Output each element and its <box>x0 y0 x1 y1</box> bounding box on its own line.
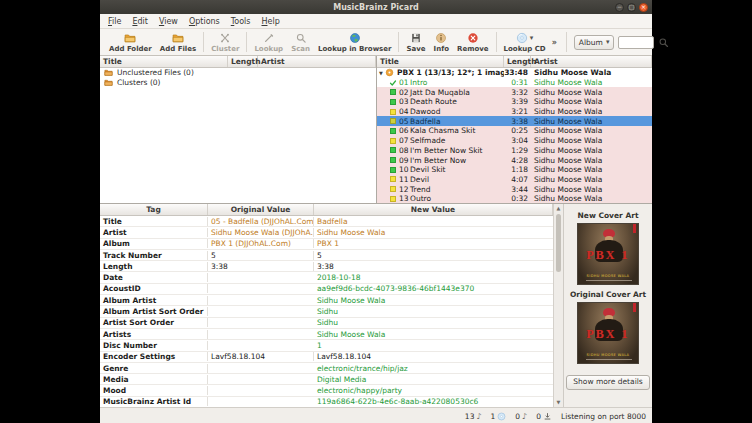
track-row-09[interactable]: 09I'm Better Now4:28Sidhu Moose Wala <box>377 155 652 165</box>
track-row-10[interactable]: 10Devil Skit1:18Sidhu Moose Wala <box>377 165 652 175</box>
metadata-column-tag[interactable]: Tag <box>100 204 208 215</box>
tag-name: Track Number <box>100 251 208 260</box>
lookup-cd-button[interactable]: ▾Lookup CD <box>500 32 550 53</box>
track-row-07[interactable]: 07Selfmade3:04Sidhu Moose Wala <box>377 136 652 146</box>
list-item-unclustered-files-0[interactable]: Unclustered Files (0) <box>100 68 376 78</box>
item-label: Unclustered Files (0) <box>117 68 194 77</box>
scrollbar-thumb[interactable] <box>556 214 561 272</box>
track-row-13[interactable]: 13Outro0:32Sidhu Moose Wala <box>377 194 652 203</box>
menu-help[interactable]: Help <box>261 17 279 26</box>
add-folder-button[interactable]: Add Folder <box>105 32 156 53</box>
metadata-row-artist-sort-order[interactable]: Artist Sort OrderSidhu <box>100 318 553 329</box>
metadata-column-new-value[interactable]: New Value <box>314 204 553 215</box>
metadata-row-title[interactable]: Title05 - Badfella (DJJOhAL.Com)Badfella <box>100 216 553 227</box>
track-title: Outro <box>410 194 431 203</box>
match-quality-icon <box>389 156 397 164</box>
column-header-title[interactable]: Title <box>100 56 228 67</box>
tag-name: Artist <box>100 228 208 237</box>
new-value: 5 <box>314 251 553 260</box>
match-quality-icon <box>389 88 397 96</box>
metadata-column-original-value[interactable]: Original Value <box>208 204 314 215</box>
track-row-02[interactable]: 02Jatt Da Muqabla3:32Sidhu Moose Wala <box>377 87 652 97</box>
track-row-05[interactable]: 05Badfella3:38Sidhu Moose Wala <box>377 116 652 126</box>
list-item-clusters-0[interactable]: Clusters (0) <box>100 78 376 88</box>
tag-name: Mood <box>100 386 208 395</box>
match-quality-icon <box>389 195 397 203</box>
toolbar-overflow-button[interactable]: » <box>550 38 559 47</box>
track-row-08[interactable]: 08I'm Better Now Skit1:29Sidhu Moose Wal… <box>377 146 652 156</box>
menu-file[interactable]: File <box>108 17 121 26</box>
track-row-12[interactable]: 12Trend3:44Sidhu Moose Wala <box>377 184 652 194</box>
track-row-06[interactable]: 06Kala Chasma Skit0:25Sidhu Moose Wala <box>377 126 652 136</box>
track-number: 12 <box>399 185 410 194</box>
search-input[interactable] <box>618 36 654 49</box>
menu-tools[interactable]: Tools <box>231 17 251 26</box>
metadata-row-album[interactable]: AlbumPBX 1 (DJJOhAL.Com)PBX 1 <box>100 239 553 250</box>
remove-button[interactable]: Remove <box>453 32 493 53</box>
track-row-04[interactable]: 04Dawood3:21Sidhu Moose Wala <box>377 107 652 117</box>
expand-triangle-icon[interactable]: ▼ <box>377 70 385 76</box>
new-cover-art-image[interactable]: PBX 1 SIDHU MOOSE WALA <box>577 223 639 285</box>
column-header-artist[interactable]: Artist <box>258 56 376 67</box>
tag-name: Album Artist <box>100 296 208 305</box>
metadata-row-mood[interactable]: Moodelectronic/happy/party <box>100 385 553 396</box>
close-button[interactable]: × <box>639 3 648 12</box>
menu-options[interactable]: Options <box>189 17 220 26</box>
track-artist: Sidhu Moose Wala <box>531 117 652 126</box>
new-value: Sidhu Moose Wala <box>314 330 553 339</box>
metadata-row-musicbrainz-artist-id[interactable]: MusicBrainz Artist Id119a6864-622b-4e6c-… <box>100 397 553 407</box>
status-albums-count: 1 <box>491 412 507 421</box>
new-value: Sidhu Moose Wala <box>314 296 553 305</box>
metadata-row-date[interactable]: Date2018-10-18 <box>100 272 553 283</box>
track-number: 06 <box>399 126 410 135</box>
column-header-length[interactable]: Length <box>504 56 531 67</box>
cd-icon <box>497 412 506 421</box>
maximize-button[interactable]: □ <box>627 3 636 12</box>
tag-name: MusicBrainz Artist Id <box>100 397 208 406</box>
metadata-row-length[interactable]: Length3:383:38 <box>100 261 553 272</box>
metadata-row-media[interactable]: MediaDigital Media <box>100 374 553 385</box>
minimize-button[interactable]: − <box>615 3 624 12</box>
search-type-dropdown[interactable]: Album ▾ <box>574 35 615 50</box>
file-panes: TitleLengthArtist Unclustered Files (0)C… <box>100 56 652 204</box>
metadata-row-album-artist[interactable]: Album ArtistSidhu Moose Wala <box>100 295 553 306</box>
original-cover-art-image[interactable]: PBX 1 SIDHU MOOSE WALA <box>577 302 639 364</box>
track-row-03[interactable]: 03Death Route3:39Sidhu Moose Wala <box>377 97 652 107</box>
metadata-row-disc-number[interactable]: Disc Number1 <box>100 340 553 351</box>
metadata-row-acoustid[interactable]: AcoustIDaa9ef9d6-bcdc-4073-9836-46bf1443… <box>100 284 553 295</box>
tag-name: Encoder Settings <box>100 352 208 361</box>
menu-edit[interactable]: Edit <box>132 17 148 26</box>
lookup-in-browser-button[interactable]: Lookup in Browser <box>314 32 395 53</box>
remove-label: Remove <box>457 45 489 53</box>
new-value: Sidhu <box>314 307 553 316</box>
column-header-title[interactable]: Title <box>377 56 504 67</box>
album-row[interactable]: ▼PBX 1 (13/13; 12*; 1 image)33:48Sidhu M… <box>377 68 652 78</box>
metadata-row-track-number[interactable]: Track Number55 <box>100 250 553 261</box>
search-icon[interactable] <box>658 37 669 48</box>
original-value: Sidhu Moose Wala (DJJOhA... <box>208 228 314 237</box>
titlebar: MusicBrainz Picard − □ × <box>100 0 652 14</box>
scroll-up-icon[interactable]: ▲ <box>557 204 561 213</box>
new-value: 1 <box>314 341 553 350</box>
show-more-details-button[interactable]: Show more details <box>566 375 649 390</box>
metadata-row-album-artist-sort-order[interactable]: Album Artist Sort OrderSidhu <box>100 306 553 317</box>
metadata-row-artists[interactable]: ArtistsSidhu Moose Wala <box>100 329 553 340</box>
column-header-length[interactable]: Length <box>228 56 258 67</box>
track-row-01[interactable]: 01Intro0:31Sidhu Moose Wala <box>377 78 652 88</box>
metadata-row-genre[interactable]: Genreelectronic/trance/hip/jaz <box>100 363 553 374</box>
metadata-row-artist[interactable]: ArtistSidhu Moose Wala (DJJOhA...Sidhu M… <box>100 227 553 238</box>
track-row-11[interactable]: 11Devil4:07Sidhu Moose Wala <box>377 175 652 185</box>
menu-view[interactable]: View <box>159 17 178 26</box>
scroll-down-icon[interactable]: ▼ <box>557 398 561 407</box>
chevron-down-icon[interactable]: ▾ <box>530 35 534 42</box>
metadata-rows: Title05 - Badfella (DJJOhAL.Com)Badfella… <box>100 216 553 407</box>
add-files-button[interactable]: Add Files <box>156 32 200 53</box>
column-header-artist[interactable]: Artist <box>531 56 652 67</box>
folder-icon <box>104 78 114 87</box>
metadata-scrollbar[interactable]: ▲ ▼ <box>553 204 563 407</box>
screen: MusicBrainz Picard − □ × FileEditViewOpt… <box>0 0 752 423</box>
metadata-row-encoder-settings[interactable]: Encoder SettingsLavf58.18.104Lavf58.18.1… <box>100 352 553 363</box>
track-artist: Sidhu Moose Wala <box>531 136 652 145</box>
save-button[interactable]: Save <box>402 32 429 53</box>
info-button[interactable]: Info <box>430 32 453 53</box>
